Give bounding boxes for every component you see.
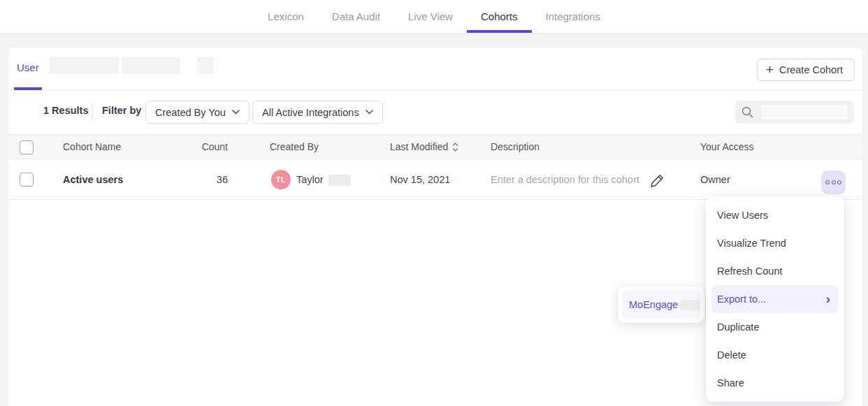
redacted-tab-3 [197, 57, 214, 74]
filter-by-label: Filter by [102, 105, 141, 116]
active-integrations-dropdown-value: All Active Integrations [262, 107, 359, 118]
edit-description-button[interactable] [649, 173, 665, 189]
created-by-dropdown[interactable]: Created By You [145, 101, 249, 124]
redacted-submenu-text [679, 300, 700, 310]
header-your-access: Your Access [700, 141, 754, 152]
sort-icon[interactable] [452, 143, 458, 152]
header-created-by: Created By [270, 141, 319, 152]
redacted-creator-surname [328, 175, 351, 186]
row-context-menu: View Users Visualize Trend Refresh Count… [706, 196, 844, 402]
tab-integrations[interactable]: Integrations [532, 0, 614, 33]
results-count: 1 Results [43, 105, 88, 116]
more-dots-icon [825, 180, 830, 184]
create-cohort-label: Create Cohort [779, 64, 843, 75]
tab-data-audit[interactable]: Data Audit [318, 0, 394, 33]
search-icon [741, 106, 754, 119]
header-last-modified-label: Last Modified [390, 141, 448, 152]
search-input[interactable] [735, 101, 854, 124]
cohort-count: 36 [183, 174, 228, 185]
table-row: Active users 36 TL Taylor Nov 15, 2021 E… [8, 160, 862, 200]
panel-tab-row: User + Create Cohort [8, 48, 862, 90]
cohort-name-link[interactable]: Active users [63, 174, 123, 185]
chevron-down-icon [366, 110, 373, 115]
last-modified-date: Nov 15, 2021 [390, 174, 450, 185]
plus-icon: + [766, 63, 774, 76]
create-cohort-button[interactable]: + Create Cohort [757, 59, 855, 81]
menu-item-export-to-label: Export to... [717, 293, 766, 305]
export-submenu: MoEngage [618, 287, 704, 323]
menu-item-view-users[interactable]: View Users [706, 201, 844, 229]
avatar: TL [271, 170, 291, 189]
header-description: Description [491, 141, 540, 152]
redacted-search-text [761, 105, 848, 119]
chevron-down-icon [232, 110, 240, 115]
redacted-tab-1 [49, 57, 119, 74]
tab-cohorts[interactable]: Cohorts [467, 0, 532, 33]
menu-item-duplicate[interactable]: Duplicate [706, 313, 844, 341]
chevron-right-icon: › [826, 292, 830, 305]
divider [92, 103, 92, 120]
menu-item-refresh-count[interactable]: Refresh Count [706, 257, 844, 285]
description-input[interactable]: Enter a description for this cohort [491, 174, 639, 185]
header-count: Count [183, 141, 228, 152]
access-level: Owner [700, 174, 730, 185]
creator-name: Taylor [296, 174, 324, 185]
pencil-icon [649, 173, 665, 189]
table-header: Cohort Name Count Created By Last Modifi… [8, 134, 862, 159]
menu-item-export-to[interactable]: Export to... › [711, 285, 839, 313]
tab-live-view[interactable]: Live View [394, 0, 467, 33]
menu-item-visualize-trend[interactable]: Visualize Trend [706, 229, 844, 257]
top-nav: Lexicon Data Audit Live View Cohorts Int… [0, 0, 868, 34]
row-more-button[interactable] [821, 171, 846, 194]
submenu-item-moengage[interactable]: MoEngage [622, 291, 700, 319]
row-checkbox[interactable] [20, 173, 34, 187]
menu-item-share[interactable]: Share [706, 369, 844, 397]
menu-item-delete[interactable]: Delete [706, 341, 844, 369]
tab-lexicon[interactable]: Lexicon [254, 0, 318, 33]
header-last-modified[interactable]: Last Modified [390, 141, 458, 152]
filter-bar: 1 Results Filter by Created By You All A… [8, 90, 862, 134]
submenu-item-moengage-label: MoEngage [629, 299, 678, 310]
tab-user-cohorts[interactable]: User [14, 48, 42, 90]
created-by-dropdown-value: Created By You [155, 107, 226, 118]
redacted-tab-2 [122, 57, 180, 74]
select-all-checkbox[interactable] [20, 140, 34, 154]
header-cohort-name: Cohort Name [63, 141, 121, 152]
active-integrations-dropdown[interactable]: All Active Integrations [252, 101, 383, 124]
